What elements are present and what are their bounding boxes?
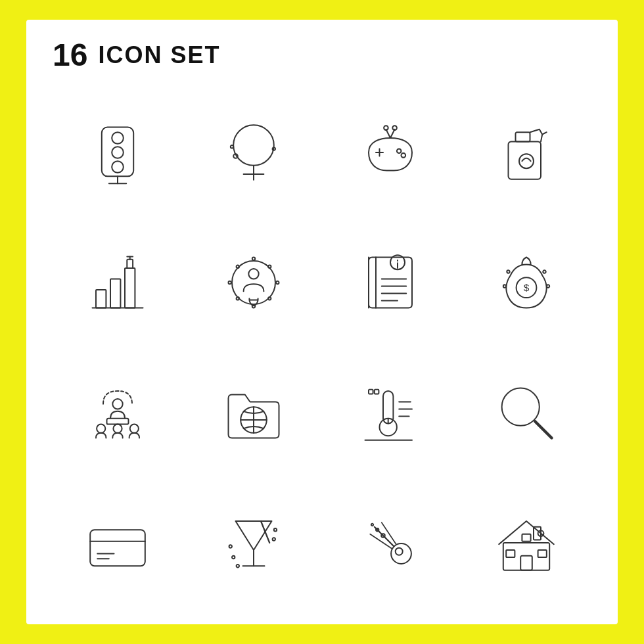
icon-cell-credit-card (53, 481, 183, 605)
thermometer-icon (354, 377, 426, 449)
svg-rect-70 (369, 390, 373, 394)
icon-cell-search (462, 351, 592, 474)
icon-cell-idea-person (189, 221, 319, 344)
svg-point-34 (252, 258, 255, 260)
svg-line-17 (386, 129, 390, 138)
svg-line-74 (535, 421, 551, 438)
svg-point-40 (237, 297, 239, 300)
icon-cell-gamepad (325, 91, 455, 214)
icon-cell-house (462, 481, 592, 605)
svg-rect-75 (90, 530, 145, 566)
svg-line-81 (261, 521, 269, 543)
icon-cell-cocktail (189, 481, 319, 605)
search-icon (490, 377, 563, 449)
svg-point-60 (129, 425, 138, 433)
svg-rect-100 (522, 534, 531, 541)
house-icon (490, 507, 563, 579)
icon-cell-money-bag: $ (462, 221, 592, 344)
svg-point-35 (252, 305, 255, 308)
svg-point-36 (229, 281, 231, 284)
svg-point-84 (232, 556, 235, 559)
icon-cell-bar-chart-tower (53, 221, 183, 344)
svg-point-73 (502, 388, 540, 426)
svg-point-82 (274, 528, 277, 531)
svg-point-2 (112, 147, 124, 158)
header-number: 16 (53, 39, 87, 71)
gamepad-icon (354, 116, 426, 189)
svg-text:$: $ (524, 282, 530, 293)
svg-point-86 (237, 564, 239, 567)
traffic-light-icon (81, 116, 154, 189)
credit-card-icon (81, 507, 154, 579)
svg-rect-99 (538, 550, 547, 557)
main-card: 16 ICON SET (26, 20, 618, 624)
svg-point-59 (113, 425, 122, 433)
svg-rect-26 (110, 279, 120, 308)
svg-point-57 (547, 285, 549, 287)
svg-rect-71 (375, 390, 379, 394)
svg-rect-0 (102, 127, 133, 177)
cocktail-icon (218, 507, 290, 579)
icons-grid: $ (53, 91, 591, 605)
svg-point-85 (229, 545, 232, 547)
bar-chart-tower-icon (81, 246, 154, 319)
svg-point-32 (249, 269, 259, 279)
svg-rect-95 (503, 543, 549, 570)
svg-rect-27 (125, 268, 135, 308)
svg-rect-22 (516, 132, 530, 141)
svg-rect-98 (506, 550, 515, 557)
svg-point-10 (231, 145, 233, 148)
icon-cell-book-info (325, 221, 455, 344)
icon-cell-thermometer (325, 351, 455, 474)
header: 16 ICON SET (53, 39, 591, 71)
icon-cell-map-folder (189, 351, 319, 474)
icon-cell-tree (189, 91, 319, 214)
svg-point-41 (268, 297, 271, 300)
header-title: ICON SET (98, 41, 220, 69)
svg-point-37 (276, 281, 279, 284)
money-bag-icon: $ (490, 246, 563, 319)
svg-point-83 (273, 538, 275, 540)
map-folder-icon (218, 377, 290, 449)
svg-point-16 (401, 153, 405, 158)
svg-rect-21 (509, 142, 541, 179)
svg-point-3 (112, 161, 124, 173)
svg-point-38 (237, 265, 239, 268)
svg-point-55 (543, 270, 546, 273)
tree-icon (218, 116, 290, 189)
svg-rect-62 (106, 419, 128, 425)
icon-cell-meteor (325, 481, 455, 605)
svg-point-23 (519, 154, 534, 168)
icon-cell-traffic-light (53, 91, 183, 214)
svg-line-18 (390, 129, 395, 138)
icon-cell-presentation (53, 351, 183, 474)
fuel-can-icon (490, 116, 563, 189)
svg-point-58 (97, 425, 105, 433)
meteor-icon (354, 507, 426, 579)
icon-cell-fuel-can (462, 91, 592, 214)
svg-point-88 (395, 548, 402, 555)
svg-rect-97 (520, 556, 532, 570)
svg-rect-25 (96, 290, 106, 308)
svg-point-94 (371, 524, 373, 526)
svg-rect-28 (127, 260, 133, 268)
idea-person-icon (218, 246, 290, 319)
book-info-icon (354, 246, 426, 319)
svg-point-15 (397, 149, 402, 154)
svg-point-39 (268, 265, 271, 268)
svg-point-54 (507, 270, 510, 273)
svg-point-56 (503, 285, 506, 287)
svg-point-1 (112, 132, 124, 144)
svg-point-61 (112, 399, 122, 409)
presentation-icon (81, 377, 154, 449)
svg-point-6 (233, 125, 274, 166)
